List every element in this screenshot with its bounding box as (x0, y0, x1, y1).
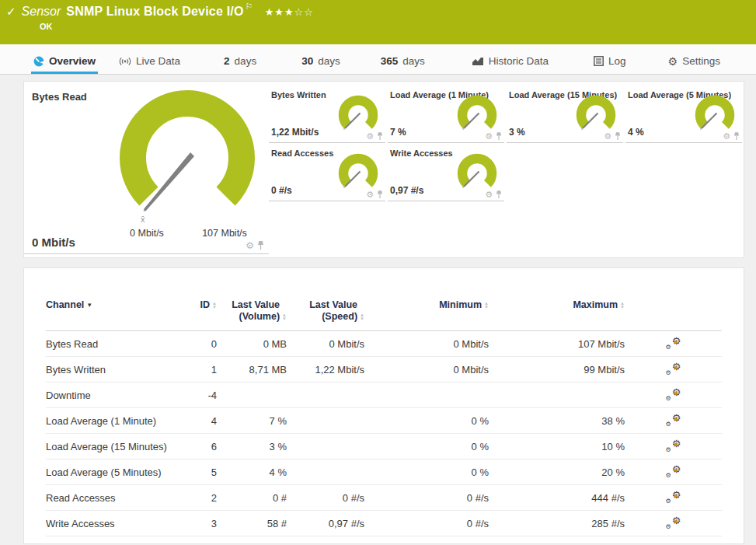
pin-icon[interactable] (257, 241, 264, 250)
tab-historic-data[interactable]: Historic Data (469, 51, 551, 74)
column-header-channel[interactable]: Channel ▼ (46, 279, 170, 331)
tab-label: days (235, 55, 257, 67)
gauge-bytes-written: Bytes Written 1,22 Mbit/s ⚙ (269, 86, 385, 143)
tab-label: days (402, 55, 425, 67)
column-label: Last Value (309, 299, 357, 310)
tab-label: days (318, 55, 340, 67)
gauge-settings-gear-icon[interactable]: ⚙ (485, 132, 493, 141)
tab-30-days[interactable]: 30 days (299, 51, 343, 74)
gauge-write-accesses: Write Accesses 0,97 #/s ⚙ (388, 144, 504, 201)
column-header-last-value-volume[interactable]: Last Value (Volume) ▲▼ (217, 279, 287, 331)
column-header-id[interactable]: ID ▲▼ (170, 279, 217, 331)
last-value-speed: 0 Mbit/s (287, 331, 364, 357)
pin-icon[interactable] (615, 132, 621, 141)
column-header-last-value-speed[interactable]: Last Value (Speed) ▲▼ (287, 279, 364, 331)
tab-2-days[interactable]: 2 days (221, 51, 259, 74)
small-gauges-grid: Bytes Written 1,22 Mbit/s ⚙ Load Average… (269, 82, 744, 257)
sensor-status-banner: ✓ Sensor SNMP Linux Block Device I/O⚐ ★★… (0, 0, 756, 44)
edit-channel-gears-icon[interactable]: ⚙⚙ (666, 362, 681, 376)
flag-icon[interactable]: ⚐ (246, 2, 253, 11)
tab-label: Historic Data (489, 55, 549, 67)
minimum-value: 0 #/s (364, 511, 489, 536)
sort-icon: ▲▼ (484, 302, 489, 309)
primary-gauge-chart: x̄ (110, 86, 265, 230)
tab-label: Live Data (136, 55, 180, 67)
sensor-title-text: SNMP Linux Block Device I/O (66, 5, 243, 18)
table-row-read-accesses[interactable]: Read Accesses 2 0 # 0 #/s 0 #/s 444 #/s … (46, 485, 722, 511)
column-header-edit (625, 279, 722, 331)
gauge-settings-gear-icon[interactable]: ⚙ (366, 190, 374, 199)
minimum-value: 0 #/s (364, 485, 489, 511)
column-label: Minimum (439, 299, 482, 311)
maximum-value: 444 #/s (489, 485, 625, 511)
gauge-settings-gear-icon[interactable]: ⚙ (485, 190, 493, 199)
table-row-bytes-read[interactable]: Bytes Read 0 0 MB 0 Mbit/s 0 Mbit/s 107 … (46, 331, 722, 357)
table-row-load-average-15-minutes[interactable]: Load Average (15 Minutes) 6 3 % 0 % 10 %… (46, 434, 722, 459)
tab-bar: Overview Live Data 2 days 30 days 365 da… (0, 44, 756, 75)
channel-name: Write Accesses (46, 511, 170, 536)
channel-table-panel: Channel ▼ ID ▲▼ Last Value (Volume) ▲▼ L… (23, 267, 744, 544)
channel-id: 0 (170, 331, 217, 357)
priority-stars[interactable]: ★★★☆☆ (265, 6, 314, 18)
pin-icon[interactable] (377, 132, 383, 141)
gauge-settings-gear-icon[interactable]: ⚙ (604, 132, 611, 141)
channel-name: Bytes Read (46, 331, 170, 357)
edit-channel-gears-icon[interactable]: ⚙⚙ (666, 464, 681, 478)
gauge-icon (33, 56, 44, 67)
edit-channel-gears-icon[interactable]: ⚙⚙ (666, 336, 681, 350)
column-header-maximum[interactable]: Maximum ▲▼ (489, 279, 625, 331)
last-value-speed: 0,97 #/s (287, 511, 364, 536)
maximum-value: 285 #/s (489, 511, 625, 536)
maximum-value: 107 Mbit/s (489, 331, 625, 357)
last-value-volume: 58 # (217, 511, 287, 536)
gauge-scale-min: 0 Mbit/s (124, 228, 170, 239)
gauge-current-value: 0,97 #/s (390, 185, 423, 196)
pin-icon[interactable] (377, 190, 383, 199)
table-row-write-accesses[interactable]: Write Accesses 3 58 # 0,97 #/s 0 #/s 285… (46, 511, 722, 536)
channel-id: -4 (170, 383, 217, 408)
pin-icon[interactable] (496, 132, 502, 141)
channel-id: 6 (170, 434, 217, 459)
tab-label: Overview (49, 55, 96, 67)
minimum-value: 0 % (364, 408, 489, 434)
gauge-load-average-15-minutes: Load Average (15 Minutes) 3 % ⚙ (507, 86, 623, 143)
gauge-settings-gear-icon[interactable]: ⚙ (246, 241, 254, 250)
tab-settings[interactable]: ⚙ Settings (666, 51, 723, 74)
mean-marker: x̄ (141, 215, 145, 224)
edit-channel-gears-icon[interactable]: ⚙⚙ (666, 438, 681, 452)
channel-table: Channel ▼ ID ▲▼ Last Value (Volume) ▲▼ L… (46, 279, 722, 536)
pin-icon[interactable] (496, 190, 502, 199)
tab-365-days[interactable]: 365 days (378, 51, 427, 74)
tab-live-data[interactable]: Live Data (117, 51, 183, 74)
sort-icon: ▲▼ (212, 302, 217, 309)
gauge-settings-gear-icon[interactable]: ⚙ (723, 132, 730, 141)
table-header-row: Channel ▼ ID ▲▼ Last Value (Volume) ▲▼ L… (46, 279, 722, 331)
table-row-downtime[interactable]: Downtime -4 ⚙⚙ (46, 383, 722, 408)
edit-channel-gears-icon[interactable]: ⚙⚙ (666, 490, 681, 504)
last-value-speed (287, 434, 364, 459)
tab-log[interactable]: Log (591, 51, 629, 74)
channel-id: 2 (170, 485, 217, 511)
minimum-value: 0 % (364, 459, 489, 485)
table-row-load-average-1-minute[interactable]: Load Average (1 Minute) 4 7 % 0 % 38 % ⚙… (46, 408, 722, 434)
maximum-value: 99 Mbit/s (489, 357, 625, 383)
edit-channel-gears-icon[interactable]: ⚙⚙ (666, 413, 681, 427)
column-label-line2: (Volume) (239, 311, 280, 322)
maximum-value: 38 % (489, 408, 625, 434)
tab-overview[interactable]: Overview (31, 51, 98, 74)
minimum-value: 0 % (364, 434, 489, 459)
column-header-minimum[interactable]: Minimum ▲▼ (364, 279, 489, 331)
gauge-title: Write Accesses (390, 148, 453, 158)
table-row-bytes-written[interactable]: Bytes Written 1 8,71 MB 1,22 Mbit/s 0 Mb… (46, 357, 722, 383)
last-value-speed (287, 459, 364, 485)
gauge-settings-gear-icon[interactable]: ⚙ (366, 132, 374, 141)
edit-channel-gears-icon[interactable]: ⚙⚙ (666, 515, 681, 529)
pin-icon[interactable] (733, 132, 740, 141)
edit-channel-gears-icon[interactable]: ⚙⚙ (666, 387, 681, 401)
gauge-load-average-1-minute: Load Average (1 Minute) 7 % ⚙ (388, 86, 504, 143)
sort-icon: ▲▼ (620, 302, 625, 309)
table-row-load-average-5-minutes[interactable]: Load Average (5 Minutes) 5 4 % 0 % 20 % … (46, 459, 722, 485)
column-label-line2: (Speed) (322, 311, 357, 322)
column-label: ID (200, 299, 211, 311)
channel-name: Load Average (15 Minutes) (46, 434, 170, 459)
